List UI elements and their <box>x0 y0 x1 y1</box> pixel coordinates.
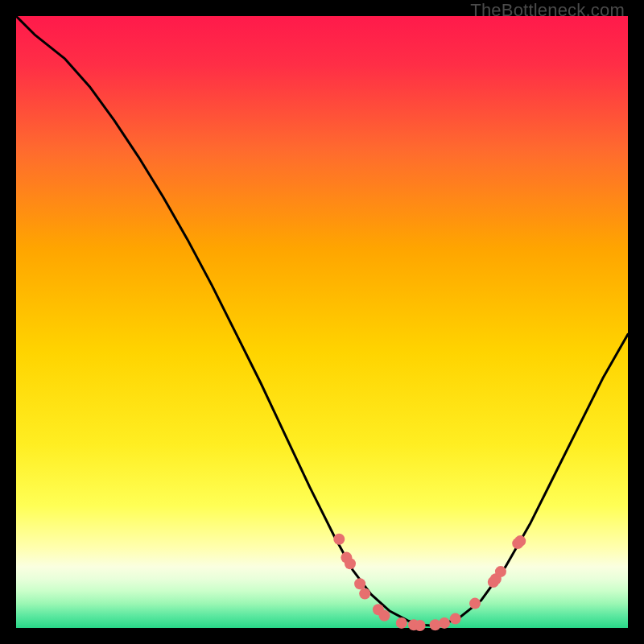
data-dot <box>495 566 506 577</box>
bottleneck-curve-layer <box>16 16 628 628</box>
data-dot <box>415 620 426 631</box>
data-dot <box>354 578 365 589</box>
data-dot <box>514 535 526 547</box>
bottleneck-curve <box>16 16 628 625</box>
data-dot <box>469 598 481 609</box>
data-dot <box>450 613 461 625</box>
plot-frame <box>16 16 628 628</box>
data-dot <box>345 558 356 569</box>
data-dot <box>396 617 407 629</box>
data-dot <box>359 588 370 599</box>
data-dot <box>333 534 345 545</box>
data-dots <box>333 534 526 631</box>
data-dot <box>439 617 450 629</box>
data-dot <box>379 610 390 621</box>
watermark-text: TheBottleneck.com <box>470 0 625 21</box>
